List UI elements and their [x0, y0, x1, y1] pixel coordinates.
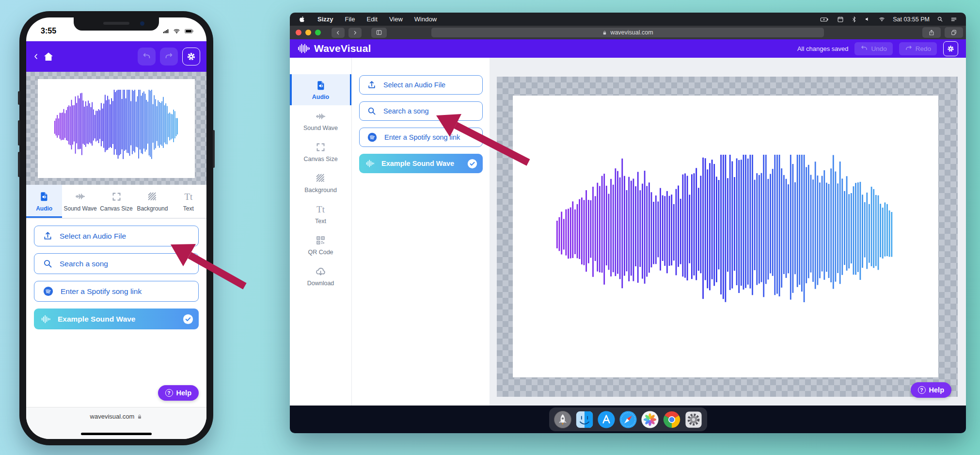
- dock-finder-icon[interactable]: [575, 410, 594, 429]
- phone-app-header: [26, 41, 206, 72]
- menu-clock[interactable]: Sat 03:55 PM: [893, 16, 930, 23]
- dock-safari-icon[interactable]: [619, 410, 637, 429]
- sidebar-item-qr-code[interactable]: QR Code: [290, 229, 351, 260]
- undo-button[interactable]: Undo: [854, 42, 892, 55]
- control-center-icon[interactable]: [950, 16, 957, 23]
- minimize-window-button[interactable]: [305, 30, 311, 35]
- phone-screen: 3:55: [26, 17, 206, 439]
- select-audio-file-button[interactable]: Select an Audio File: [359, 75, 483, 95]
- menu-file[interactable]: File: [345, 16, 355, 23]
- artwork-canvas[interactable]: [513, 96, 938, 377]
- question-icon: ?: [918, 386, 926, 394]
- wifi-icon[interactable]: [878, 16, 885, 22]
- volume-icon[interactable]: [865, 16, 871, 22]
- settings-button[interactable]: [943, 41, 958, 56]
- undo-icon: [860, 45, 868, 52]
- cloud-download-icon: [315, 266, 326, 277]
- tab-text[interactable]: Tt Text: [171, 185, 206, 218]
- sidebar-item-download[interactable]: Download: [290, 260, 351, 292]
- example-sound-wave-button[interactable]: Example Sound Wave: [34, 309, 199, 329]
- tab-sound-wave[interactable]: Sound Wave: [62, 185, 98, 218]
- spotify-icon: [43, 286, 54, 297]
- search-song-button[interactable]: Search a song: [359, 101, 483, 121]
- battery-charging-icon[interactable]: [820, 16, 830, 23]
- phone-volume-up-button: [18, 120, 20, 146]
- check-circle-icon: [183, 314, 193, 325]
- gear-icon: [186, 51, 196, 62]
- spotify-link-button[interactable]: Enter a Spotify song link: [359, 128, 483, 147]
- share-button[interactable]: [922, 27, 941, 38]
- sidebar-item-text[interactable]: Tt Text: [290, 198, 351, 229]
- help-button[interactable]: ? Help: [158, 385, 199, 401]
- example-sound-wave-button[interactable]: Example Sound Wave: [359, 154, 483, 173]
- sidebar-item-label: Download: [307, 280, 334, 287]
- spotify-icon: [367, 132, 378, 143]
- new-tab-overview-button[interactable]: [945, 27, 963, 38]
- tabs-icon: [950, 29, 957, 36]
- button-label: Search a song: [383, 107, 429, 115]
- redo-button[interactable]: Redo: [899, 42, 937, 55]
- menu-window[interactable]: Window: [414, 16, 437, 23]
- tab-label: Audio: [36, 205, 52, 212]
- sidebar-item-label: Canvas Size: [303, 156, 337, 162]
- button-label: Example Sound Wave: [381, 160, 454, 167]
- forward-button[interactable]: [348, 28, 362, 38]
- help-button[interactable]: ? Help: [911, 382, 951, 398]
- help-label: Help: [176, 389, 191, 397]
- mac-screen: Sizzy File Edit View Window Sat 03:55 PM: [290, 13, 966, 433]
- sidebar-item-label: Audio: [312, 94, 329, 100]
- menu-app-name[interactable]: Sizzy: [317, 16, 333, 23]
- undo-button[interactable]: [138, 48, 156, 65]
- save-status: All changes saved: [797, 45, 849, 52]
- spotify-link-button[interactable]: Enter a Spotify song link: [34, 281, 199, 302]
- sidebar-item-sound-wave[interactable]: Sound Wave: [290, 105, 351, 136]
- spotlight-search-icon[interactable]: [937, 16, 943, 22]
- zoom-window-button[interactable]: [315, 30, 321, 35]
- canvas-size-icon: [111, 191, 122, 202]
- tab-canvas-size[interactable]: Canvas Size: [98, 185, 134, 218]
- cell-signal-icon: [161, 28, 170, 34]
- apple-logo-icon[interactable]: [299, 16, 306, 23]
- dock-chrome-icon[interactable]: [663, 410, 681, 429]
- back-chevron-icon[interactable]: [32, 53, 40, 60]
- brand-logo[interactable]: WaveVisual: [298, 43, 371, 54]
- address-bar[interactable]: wavevisual.com: [431, 28, 824, 37]
- dock-launchpad-icon[interactable]: [553, 410, 572, 429]
- home-indicator[interactable]: [81, 433, 152, 435]
- select-audio-file-button[interactable]: Select an Audio File: [34, 226, 199, 246]
- calendar-icon[interactable]: [837, 16, 844, 23]
- redo-button[interactable]: [160, 48, 178, 65]
- canvas-size-icon: [316, 142, 326, 153]
- sidebar-item-canvas-size[interactable]: Canvas Size: [290, 136, 351, 167]
- phone-mockup: 3:55: [19, 11, 213, 445]
- lock-icon: [602, 30, 607, 35]
- menu-view[interactable]: View: [389, 16, 403, 23]
- bluetooth-icon[interactable]: [851, 16, 857, 23]
- question-icon: ?: [165, 389, 173, 397]
- search-song-button[interactable]: Search a song: [34, 253, 199, 274]
- back-button[interactable]: [332, 28, 345, 38]
- phone-power-button: [213, 130, 215, 168]
- sidebar-item-label: QR Code: [308, 249, 333, 256]
- tab-background[interactable]: Background: [134, 185, 170, 218]
- artwork-canvas[interactable]: [38, 79, 195, 178]
- menu-edit[interactable]: Edit: [366, 16, 377, 23]
- button-label: Example Sound Wave: [58, 315, 136, 324]
- wavevisual-logo-icon: [298, 43, 310, 54]
- phone-mute-switch: [18, 91, 20, 105]
- settings-button[interactable]: [182, 48, 200, 65]
- dock-photos-icon[interactable]: [641, 410, 659, 429]
- sidebar-item-background[interactable]: Background: [290, 167, 351, 198]
- upload-icon: [43, 231, 53, 241]
- wifi-icon: [173, 28, 181, 34]
- url-text: wavevisual.com: [90, 413, 135, 420]
- sidebar-item-audio[interactable]: Audio: [290, 74, 351, 105]
- audio-panel: Select an Audio File Search a song Enter…: [352, 58, 490, 406]
- dock-settings-icon[interactable]: [684, 410, 703, 429]
- sidebar-toggle-button[interactable]: [371, 28, 387, 38]
- close-window-button[interactable]: [296, 30, 301, 35]
- home-icon[interactable]: [42, 51, 55, 63]
- dock-appstore-icon[interactable]: [597, 410, 616, 429]
- tab-audio[interactable]: Audio: [26, 185, 62, 218]
- wave-bars-icon: [41, 314, 51, 325]
